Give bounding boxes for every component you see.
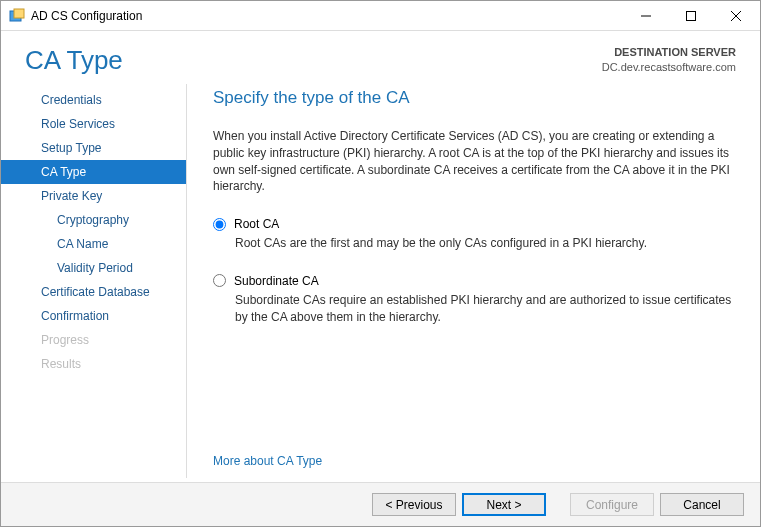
configure-button: Configure: [570, 493, 654, 516]
radio-subordinate-ca-desc: Subordinate CAs require an established P…: [235, 292, 732, 326]
svg-rect-1: [14, 9, 24, 18]
wizard-window: AD CS Configuration CA Type DESTINATION …: [0, 0, 761, 527]
sidebar-item-ca-name[interactable]: CA Name: [1, 232, 187, 256]
sidebar-item-progress: Progress: [1, 328, 187, 352]
radio-root-ca[interactable]: Root CA: [213, 217, 732, 231]
sidebar-item-validity-period[interactable]: Validity Period: [1, 256, 187, 280]
close-button[interactable]: [713, 1, 758, 30]
header: CA Type DESTINATION SERVER DC.dev.recast…: [1, 31, 760, 80]
sidebar-item-setup-type[interactable]: Setup Type: [1, 136, 187, 160]
minimize-button[interactable]: [623, 1, 668, 30]
wizard-steps-sidebar: Credentials Role Services Setup Type CA …: [1, 80, 187, 482]
intro-paragraph: When you install Active Directory Certif…: [213, 128, 732, 195]
radio-root-ca-input[interactable]: [213, 218, 226, 231]
destination-info: DESTINATION SERVER DC.dev.recastsoftware…: [602, 45, 736, 76]
maximize-button[interactable]: [668, 1, 713, 30]
content-heading: Specify the type of the CA: [213, 88, 732, 108]
svg-rect-3: [686, 11, 695, 20]
sidebar-item-private-key[interactable]: Private Key: [1, 184, 187, 208]
page-title: CA Type: [25, 45, 602, 76]
sidebar-item-ca-type[interactable]: CA Type: [1, 160, 187, 184]
sidebar-item-credentials[interactable]: Credentials: [1, 88, 187, 112]
cancel-button[interactable]: Cancel: [660, 493, 744, 516]
sidebar-item-role-services[interactable]: Role Services: [1, 112, 187, 136]
wizard-footer: < Previous Next > Configure Cancel: [1, 482, 760, 526]
sidebar-item-certificate-database[interactable]: Certificate Database: [1, 280, 187, 304]
app-icon: [9, 8, 25, 24]
destination-host: DC.dev.recastsoftware.com: [602, 60, 736, 75]
radio-root-ca-label: Root CA: [234, 217, 279, 231]
sidebar-item-cryptography[interactable]: Cryptography: [1, 208, 187, 232]
sidebar-item-results: Results: [1, 352, 187, 376]
destination-label: DESTINATION SERVER: [602, 45, 736, 60]
sidebar-item-confirmation[interactable]: Confirmation: [1, 304, 187, 328]
window-title: AD CS Configuration: [31, 9, 142, 23]
radio-subordinate-ca-input[interactable]: [213, 274, 226, 287]
radio-subordinate-ca[interactable]: Subordinate CA: [213, 274, 732, 288]
previous-button[interactable]: < Previous: [372, 493, 456, 516]
more-about-link[interactable]: More about CA Type: [213, 454, 732, 468]
next-button[interactable]: Next >: [462, 493, 546, 516]
content-pane: Specify the type of the CA When you inst…: [187, 80, 760, 482]
radio-subordinate-ca-label: Subordinate CA: [234, 274, 319, 288]
title-bar: AD CS Configuration: [1, 1, 760, 31]
radio-root-ca-desc: Root CAs are the first and may be the on…: [235, 235, 732, 252]
